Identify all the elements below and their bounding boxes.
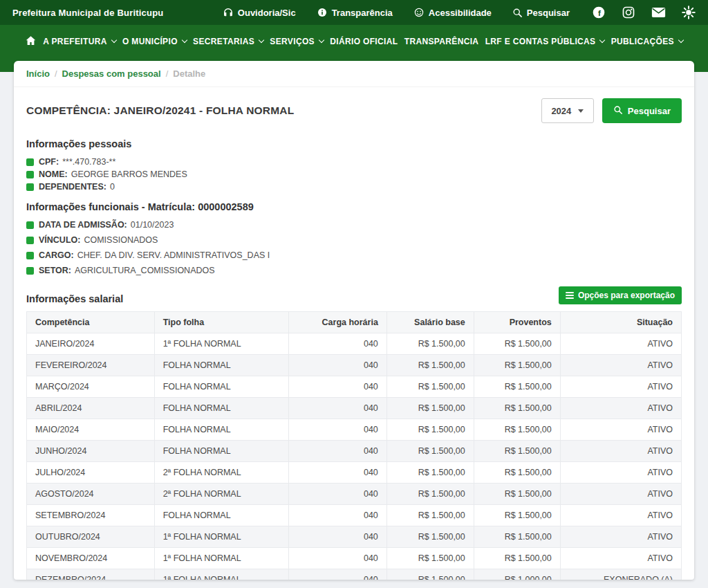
bullet-icon xyxy=(26,221,34,229)
functional-heading: Informações funcionais - Matrícula: 0000… xyxy=(26,201,682,212)
facebook-icon[interactable]: f xyxy=(592,6,606,19)
bullet-icon xyxy=(26,267,34,275)
info-icon xyxy=(317,7,328,18)
table-row: MAIO/2024FOLHA NORMAL040R$ 1.500,00R$ 1.… xyxy=(27,419,682,441)
table-row: AGOSTO/20242ª FOLHA NORMAL040R$ 1.500,00… xyxy=(27,484,682,505)
table-row: FEVEREIRO/2024FOLHA NORMAL040R$ 1.500,00… xyxy=(27,355,682,376)
col-header-tipo-folha: Tipo folha xyxy=(154,312,288,333)
topbar-links: Ouvidoria/Sic Transparência Acessibilida… xyxy=(223,7,570,18)
list-item: CPF:***.470.783-** xyxy=(26,157,682,167)
site-brand: Prefeitura Municipal de Buriticupu xyxy=(12,8,163,18)
col-header-situacao: Situação xyxy=(560,312,681,333)
bullet-icon xyxy=(26,171,34,178)
instagram-icon[interactable] xyxy=(622,6,635,19)
nav-item-o-municipio[interactable]: O MUNICÍPIO xyxy=(122,37,187,46)
table-row: JUNHO/2024FOLHA NORMAL040R$ 1.500,00R$ 1… xyxy=(27,441,682,462)
col-header-competencia: Competência xyxy=(27,312,155,333)
list-item: VÍNCULO:COMISSIONADOS xyxy=(26,235,682,245)
main-navbar: A PREFEITURA O MUNICÍPIO SECRETARIAS SER… xyxy=(0,25,708,58)
bullet-icon xyxy=(26,158,34,166)
table-row: MARÇO/2024FOLHA NORMAL040R$ 1.500,00R$ 1… xyxy=(27,376,682,398)
topbar: Prefeitura Municipal de Buriticupu Ouvid… xyxy=(0,0,708,25)
breadcrumb-detalhe: Detalhe xyxy=(173,68,205,79)
bullet-icon xyxy=(26,183,34,191)
personal-heading: Informações pessoais xyxy=(26,138,682,149)
chevron-down-icon xyxy=(259,37,264,43)
breadcrumb: Início / Despesas com pessoal / Detalhe xyxy=(14,61,694,87)
smiley-icon xyxy=(413,7,425,18)
chevron-down-icon xyxy=(599,37,605,43)
table-row: JANEIRO/20241ª FOLHA NORMAL040R$ 1.500,0… xyxy=(27,333,682,355)
breadcrumb-separator: / xyxy=(166,68,169,79)
card-content: Informações pessoais CPF:***.470.783-** … xyxy=(14,138,694,580)
list-item: NOME:GEORGE BARROS MENDES xyxy=(26,169,682,179)
chevron-down-icon xyxy=(182,37,187,43)
search-icon xyxy=(613,105,623,117)
list-item: DATA DE ADMISSÃO:01/10/2023 xyxy=(26,220,682,230)
list-item: SETOR:AGRICULTURA_COMISSIONADOS xyxy=(26,266,682,275)
svg-text:f: f xyxy=(598,8,601,17)
list-item: CARGO:CHEF. DA DIV. SERV. ADMINISTRATIVO… xyxy=(26,250,682,260)
salary-heading: Informações salarial xyxy=(26,293,123,304)
acessibilidade-link[interactable]: Acessibilidade xyxy=(413,7,492,18)
search-icon xyxy=(512,8,523,18)
table-row: DEZEMBRO/20241ª FOLHA NORMAL040R$ 1.500,… xyxy=(27,569,682,580)
nav-item-diario-oficial[interactable]: DIÁRIO OFICIAL xyxy=(330,37,398,46)
title-row: COMPETÊNCIA: JANEIRO/20241 - FOLHA NORMA… xyxy=(14,87,694,129)
col-header-carga-horaria: Carga horária xyxy=(288,312,386,333)
table-row: SETEMBRO/2024FOLHA NORMAL040R$ 1.500,00R… xyxy=(27,505,682,526)
select-caret-icon xyxy=(578,109,584,113)
home-icon xyxy=(25,35,37,48)
search-button[interactable]: Pesquisar xyxy=(602,98,682,123)
content-card: Início / Despesas com pessoal / Detalhe … xyxy=(14,61,694,580)
mail-icon[interactable] xyxy=(651,7,666,18)
col-header-salario-base: Salário base xyxy=(386,312,474,333)
breadcrumb-despesas[interactable]: Despesas com pessoal xyxy=(62,68,161,79)
transparencia-link[interactable]: Transparência xyxy=(317,7,393,18)
nav-item-publicacoes[interactable]: PUBLICAÇÕES xyxy=(611,37,683,46)
salary-table: Competência Tipo folha Carga horária Sal… xyxy=(26,311,682,580)
nav-item-servicos[interactable]: SERVIÇOS xyxy=(270,37,324,46)
salary-heading-row: Informações salarial Opções para exporta… xyxy=(26,286,682,304)
table-row: ABRIL/2024FOLHA NORMAL040R$ 1.500,00R$ 1… xyxy=(27,398,682,419)
chevron-down-icon xyxy=(678,37,684,43)
nav-item-transparencia[interactable]: TRANSPARÊNCIA xyxy=(404,37,479,46)
title-actions: 2024 Pesquisar xyxy=(541,98,682,123)
export-options-button[interactable]: Opções para exportação xyxy=(559,286,682,304)
breadcrumb-inicio[interactable]: Início xyxy=(26,68,50,79)
ouvidoria-link[interactable]: Ouvidoria/Sic xyxy=(223,7,296,18)
nav-item-a-prefeitura[interactable]: A PREFEITURA xyxy=(43,37,115,46)
year-select[interactable]: 2024 xyxy=(541,98,594,123)
functional-info-list: DATA DE ADMISSÃO:01/10/2023 VÍNCULO:COMI… xyxy=(26,220,682,275)
chevron-down-icon xyxy=(319,37,324,43)
table-row: NOVEMBRO/20241ª FOLHA NORMAL040R$ 1.500,… xyxy=(27,548,682,569)
table-header-row: Competência Tipo folha Carga horária Sal… xyxy=(27,312,682,333)
table-row: OUTUBRO/20241ª FOLHA NORMAL040R$ 1.500,0… xyxy=(27,526,682,548)
personal-info-list: CPF:***.470.783-** NOME:GEORGE BARROS ME… xyxy=(26,157,682,192)
nav-item-secretarias[interactable]: SECRETARIAS xyxy=(193,37,263,46)
list-item: DEPENDENTES:0 xyxy=(26,182,682,192)
social-links: f xyxy=(592,6,696,19)
nav-item-lrf-contas-publicas[interactable]: LRF E CONTAS PÚBLICAS xyxy=(485,37,605,46)
sun-icon[interactable] xyxy=(682,6,696,19)
bullet-icon xyxy=(26,237,34,244)
headset-icon xyxy=(223,7,234,18)
table-row: JULHO/20242ª FOLHA NORMAL040R$ 1.500,00R… xyxy=(27,462,682,484)
breadcrumb-separator: / xyxy=(55,68,57,79)
page-title: COMPETÊNCIA: JANEIRO/20241 - FOLHA NORMA… xyxy=(26,104,294,117)
search-link[interactable]: Pesquisar xyxy=(512,8,570,18)
menu-icon xyxy=(566,291,574,300)
nav-home[interactable] xyxy=(25,35,37,48)
col-header-proventos: Proventos xyxy=(474,312,560,333)
bullet-icon xyxy=(26,252,34,259)
chevron-down-icon xyxy=(111,37,116,43)
